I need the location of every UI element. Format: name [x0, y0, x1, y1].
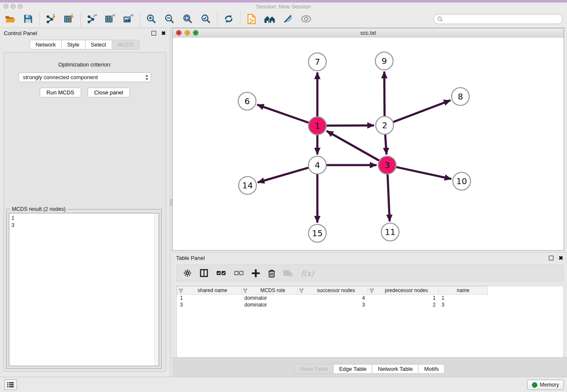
- network-zoom-button[interactable]: +: [193, 30, 198, 36]
- export-image-button[interactable]: [119, 11, 138, 27]
- import-network-icon: [46, 14, 56, 24]
- search-input[interactable]: [446, 16, 559, 22]
- run-mcds-button[interactable]: Run MCDS: [40, 88, 81, 97]
- edge-3-11[interactable]: [388, 174, 390, 221]
- search-box[interactable]: [433, 14, 563, 24]
- table-cell[interactable]: 3: [298, 301, 368, 308]
- window-controls[interactable]: [3, 4, 23, 9]
- table-cell[interactable]: 1: [177, 295, 242, 302]
- delete-table-button: [284, 270, 293, 277]
- node-table: shared nameMCDS rolesuccessor nodesprede…: [177, 286, 488, 308]
- column-header-successor-nodes[interactable]: successor nodes: [298, 287, 368, 295]
- table-settings-button[interactable]: [183, 269, 192, 277]
- tab-style[interactable]: Style: [61, 40, 85, 50]
- refresh-layout-button[interactable]: [220, 11, 238, 27]
- table-row[interactable]: 1dominator411: [177, 295, 488, 302]
- tab-mcds[interactable]: MCDS: [112, 40, 140, 50]
- table-cell[interactable]: 3: [177, 301, 242, 308]
- result-scrollbar[interactable]: [154, 213, 159, 366]
- edge-1-6[interactable]: [257, 105, 309, 122]
- column-layout-icon: [200, 269, 208, 277]
- memory-label: Memory: [540, 382, 559, 388]
- close-panel-icon[interactable]: ✖: [161, 30, 166, 36]
- task-list-icon: [6, 381, 15, 388]
- node-label-6: 6: [245, 96, 250, 106]
- network-window-titlebar[interactable]: ✕ − + scc.txt: [173, 28, 564, 38]
- column-label: MCDS role: [249, 287, 296, 293]
- node-label-10: 10: [456, 176, 467, 186]
- edge-3-10[interactable]: [396, 167, 451, 179]
- node-label-4: 4: [315, 160, 320, 170]
- float-panel-button[interactable]: [151, 31, 156, 36]
- tab-motifs[interactable]: Motifs: [418, 364, 445, 374]
- zoom-fit-button[interactable]: [179, 11, 197, 27]
- network-canvas[interactable]: 7968124314101511: [173, 38, 564, 250]
- table-cell[interactable]: dominator: [242, 301, 298, 308]
- delete-row-button[interactable]: [268, 269, 275, 278]
- export-image-icon: [123, 14, 134, 24]
- search-icon: [437, 16, 443, 22]
- table-settings-icon: [183, 269, 192, 277]
- network-close-button[interactable]: ✕: [176, 30, 182, 36]
- hide-labels-button[interactable]: [279, 11, 297, 27]
- table-cell[interactable]: 2: [368, 301, 439, 308]
- import-table-button[interactable]: [60, 11, 78, 27]
- edge-3-1[interactable]: [327, 131, 379, 160]
- zoom-in-button[interactable]: [142, 11, 160, 27]
- session-title: Session: New Session: [256, 3, 311, 10]
- edge-4-14[interactable]: [258, 168, 308, 182]
- edge-2-3[interactable]: [385, 135, 386, 155]
- table-cell[interactable]: dominator: [242, 295, 298, 302]
- table-cell[interactable]: 1: [439, 295, 488, 302]
- close-panel-button[interactable]: Close panel: [88, 88, 130, 97]
- optimization-dropdown[interactable]: strongly connected component: [19, 72, 151, 82]
- export-table-button[interactable]: [101, 11, 119, 27]
- tab-node-table[interactable]: Node Table: [294, 364, 334, 374]
- deselect-all-rows-button[interactable]: [234, 270, 244, 276]
- edge-2-9[interactable]: [384, 72, 385, 116]
- minimize-window-dot[interactable]: [11, 4, 16, 9]
- save-session-button[interactable]: [19, 11, 37, 27]
- edge-2-8[interactable]: [394, 100, 451, 122]
- tab-edge-table[interactable]: Edge Table: [333, 364, 372, 374]
- table-cell[interactable]: 3: [439, 301, 488, 308]
- column-header-shared-name[interactable]: shared name: [177, 287, 242, 295]
- column-header-MCDS-role[interactable]: MCDS role: [242, 287, 298, 295]
- table-row[interactable]: 3dominator323: [177, 301, 488, 308]
- task-history-button[interactable]: [4, 379, 17, 390]
- zoom-window-dot[interactable]: [18, 4, 23, 9]
- home-layout-button[interactable]: [261, 11, 279, 27]
- export-network-button[interactable]: [83, 11, 101, 27]
- tab-network[interactable]: Network: [30, 40, 62, 50]
- table-cell[interactable]: 4: [298, 295, 368, 302]
- dropdown-stepper-icon: [145, 74, 149, 81]
- tab-select[interactable]: Select: [85, 40, 112, 50]
- close-window-dot[interactable]: [3, 4, 8, 9]
- table-cell[interactable]: 1: [368, 295, 439, 302]
- network-minimize-button[interactable]: −: [184, 30, 190, 36]
- memory-status-icon: [532, 382, 537, 388]
- column-type-icon: [179, 288, 183, 293]
- open-session-button[interactable]: [1, 11, 19, 27]
- close-table-panel-icon[interactable]: ✖: [559, 255, 563, 261]
- column-label: shared name: [185, 287, 240, 293]
- zoom-out-button[interactable]: [160, 11, 179, 27]
- column-header-name[interactable]: name: [439, 287, 488, 295]
- memory-button[interactable]: Memory: [527, 380, 564, 390]
- column-layout-button[interactable]: [200, 269, 208, 277]
- zoom-selected-button[interactable]: [197, 11, 215, 27]
- add-row-button[interactable]: [252, 269, 260, 277]
- refresh-layout-icon: [223, 14, 234, 24]
- select-all-rows-icon: [216, 270, 226, 276]
- edge-1-2[interactable]: [327, 125, 374, 126]
- column-header-predecessor-nodes[interactable]: predecessor nodes: [368, 287, 439, 295]
- select-all-rows-button[interactable]: [216, 270, 226, 276]
- network-title: scc.txt: [361, 30, 376, 36]
- import-network-button[interactable]: [42, 11, 60, 27]
- tab-network-table[interactable]: Network Table: [372, 364, 418, 374]
- network-from-file-button[interactable]: [242, 11, 261, 27]
- show-graphics-button[interactable]: [297, 11, 315, 27]
- export-table-icon: [105, 14, 116, 24]
- float-table-panel-button[interactable]: [549, 256, 553, 260]
- mcds-result-text[interactable]: 13: [9, 213, 159, 366]
